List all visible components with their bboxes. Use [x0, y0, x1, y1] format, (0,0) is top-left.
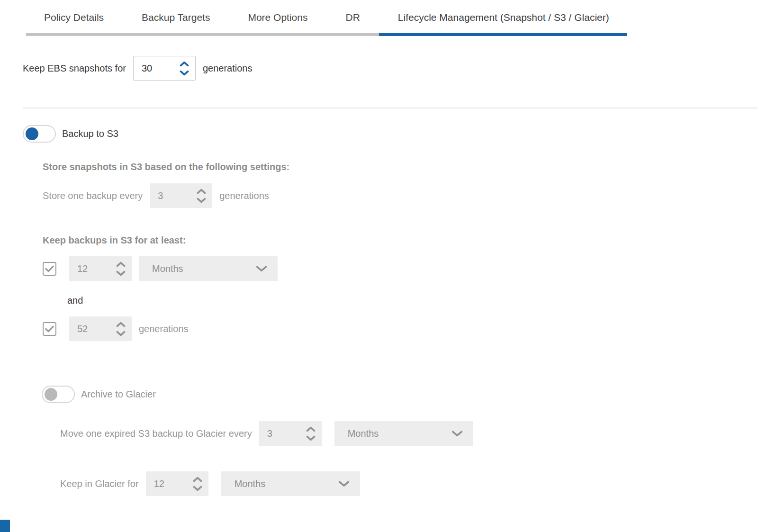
chevron-down-icon [338, 480, 350, 487]
toggle-knob[interactable] [45, 388, 57, 401]
chevron-down-icon[interactable] [180, 70, 189, 76]
backup-to-s3-row: Backup to S3 [23, 125, 758, 143]
chevron-up-icon [193, 477, 202, 482]
chevron-up-icon [116, 261, 126, 267]
s3-keep-generations-value: 52 [69, 324, 88, 334]
archive-to-glacier-toggle[interactable] [42, 386, 75, 403]
s3-keep-generations-checkbox[interactable] [43, 322, 56, 336]
chevron-down-icon [116, 331, 126, 336]
s3-keep-heading: Keep backups in S3 for at least: [43, 235, 758, 246]
s3-store-frequency-row: Store one backup every 3 generations [43, 183, 758, 208]
stepper-arrows[interactable] [180, 61, 195, 76]
s3-keep-unit-select: Months [139, 256, 278, 281]
s3-settings-heading: Store snapshots in S3 based on the follo… [43, 162, 758, 172]
s3-keep-months-row: 12 Months [43, 256, 758, 281]
tab-lifecycle-management[interactable]: Lifecycle Management (Snapshot / S3 / Gl… [379, 0, 627, 36]
toggle-knob[interactable] [26, 127, 38, 140]
ebs-generations-stepper[interactable]: 30 [133, 56, 196, 81]
glacier-keep-row: Keep in Glacier for 12 Months [60, 471, 758, 496]
glacier-move-label: Move one expired S3 backup to Glacier ev… [60, 428, 252, 439]
glacier-move-value: 3 [259, 428, 272, 439]
archive-to-glacier-label: Archive to Glacier [81, 389, 156, 400]
archive-to-glacier-row: Archive to Glacier [42, 386, 758, 403]
section-divider [23, 108, 758, 108]
s3-keep-unit-value: Months [152, 263, 183, 274]
glacier-move-stepper: 3 [259, 421, 322, 446]
tab-backup-targets[interactable]: Backup Targets [123, 0, 229, 36]
tab-policy-details[interactable]: Policy Details [26, 0, 123, 36]
s3-keep-months-value: 12 [69, 263, 88, 274]
tab-dr[interactable]: DR [326, 0, 379, 36]
and-conjunction-label: and [67, 295, 758, 306]
ebs-retention-label: Keep EBS snapshots for [23, 63, 126, 74]
stepper-arrows [306, 426, 322, 441]
clipped-blue-element [0, 520, 10, 532]
store-every-unit-label: generations [219, 190, 269, 201]
chevron-up-icon [197, 189, 206, 194]
stepper-arrows [197, 189, 212, 203]
check-icon [45, 325, 54, 333]
check-icon [45, 265, 54, 272]
backup-to-s3-label: Backup to S3 [62, 128, 118, 139]
chevron-down-icon [193, 486, 202, 491]
stepper-arrows [116, 322, 132, 336]
ebs-snapshot-retention-row: Keep EBS snapshots for 30 generations [23, 56, 758, 81]
chevron-down-icon [256, 265, 267, 272]
chevron-up-icon [116, 322, 126, 327]
chevron-up-icon [306, 426, 316, 432]
stepper-arrows [193, 477, 208, 491]
chevron-down-icon [116, 271, 126, 276]
glacier-keep-label: Keep in Glacier for [60, 478, 139, 489]
s3-keep-generations-stepper: 52 [69, 316, 132, 341]
ebs-generations-unit-label: generations [203, 63, 253, 74]
s3-keep-generations-row: 52 generations [43, 316, 758, 341]
glacier-move-unit-value: Months [348, 428, 379, 439]
s3-keep-generations-unit-label: generations [139, 324, 189, 334]
glacier-keep-unit-select: Months [221, 471, 360, 496]
backup-to-s3-toggle[interactable] [23, 125, 56, 143]
glacier-keep-value: 12 [146, 478, 164, 489]
glacier-move-unit-select: Months [334, 421, 473, 446]
s3-keep-months-checkbox[interactable] [43, 262, 56, 276]
glacier-keep-stepper: 12 [146, 471, 208, 496]
glacier-move-frequency-row: Move one expired S3 backup to Glacier ev… [60, 421, 758, 446]
s3-store-generations-value: 3 [150, 190, 163, 201]
s3-keep-months-stepper: 12 [69, 256, 132, 281]
ebs-generations-value[interactable]: 30 [134, 63, 152, 74]
glacier-keep-unit-value: Months [235, 478, 266, 489]
chevron-down-icon [197, 198, 206, 203]
stepper-arrows [116, 261, 132, 276]
chevron-down-icon [306, 435, 316, 441]
tab-more-options[interactable]: More Options [229, 0, 326, 36]
store-every-label: Store one backup every [43, 190, 143, 201]
tab-bar: Policy Details Backup Targets More Optio… [0, 0, 758, 36]
chevron-up-icon[interactable] [180, 61, 189, 67]
chevron-down-icon [451, 430, 463, 437]
s3-store-generations-stepper: 3 [150, 183, 212, 208]
